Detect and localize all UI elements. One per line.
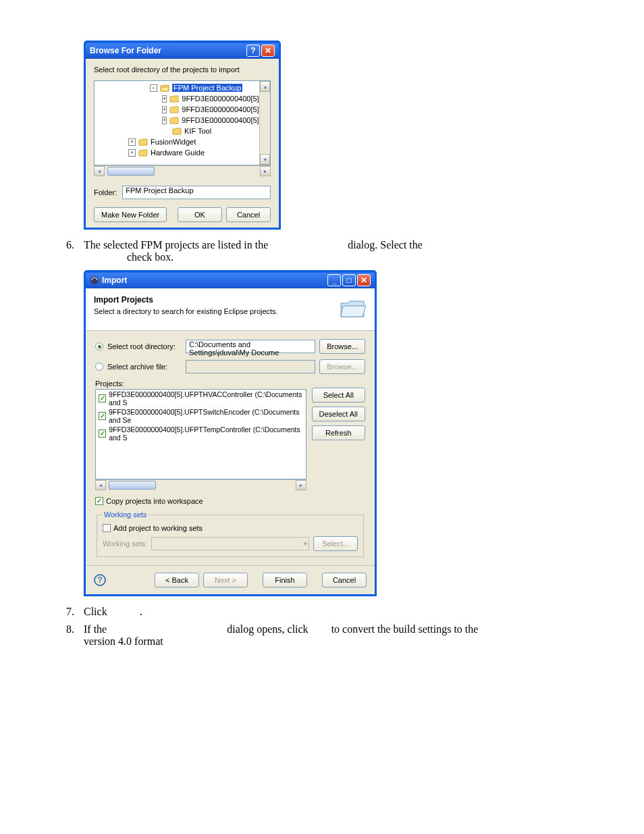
dialog-title: Import (102, 276, 127, 285)
select-all-button[interactable]: Select All (312, 388, 365, 402)
browse-archive-button: Browse... (319, 359, 365, 374)
step-text: version 4.0 format (84, 635, 163, 647)
expand-icon[interactable]: + (162, 117, 167, 124)
help-titlebar-button[interactable]: ? (246, 45, 260, 57)
scroll-left-icon[interactable]: ◂ (95, 480, 106, 490)
next-button: Next > (203, 573, 248, 588)
tree-node-selected[interactable]: FPM Project Backup (172, 84, 242, 92)
step-text: check box. (127, 251, 173, 263)
project-item[interactable]: 9FFD3E0000000400[5].UFPTSwitchEncoder (C… (109, 408, 303, 424)
tree-node[interactable]: FusionWidget (151, 138, 196, 146)
finish-button[interactable]: Finish (263, 573, 307, 588)
titlebar: Browse For Folder ? ✕ (86, 43, 279, 59)
expand-icon[interactable]: + (128, 149, 136, 157)
expand-icon[interactable]: + (128, 138, 136, 146)
wizard-banner: Import Projects Select a directory to se… (86, 288, 375, 331)
step-number: 6. (61, 239, 84, 263)
root-directory-label: Select root directory: (107, 342, 182, 350)
titlebar: Import _ □ ✕ (86, 272, 375, 288)
working-sets-legend: Working sets (103, 511, 148, 519)
folder-name-input[interactable]: FPM Project Backup (122, 186, 271, 199)
wizard-button-bar: ? < Back Next > Finish Cancel (86, 565, 375, 594)
folder-icon (169, 116, 179, 124)
deselect-all-button[interactable]: Deselect All (312, 407, 365, 421)
instruction-text: Select root directory of the projects to… (94, 66, 271, 74)
root-directory-radio[interactable] (95, 342, 103, 350)
working-sets-label: Working sets: (103, 540, 147, 548)
maximize-titlebar-button[interactable]: □ (342, 274, 356, 286)
projects-label: Projects: (95, 380, 365, 388)
folder-icon (138, 138, 148, 146)
select-working-sets-button: Select... (313, 536, 358, 551)
projects-listbox[interactable]: 9FFD3E0000000400[5].UFPTHVACController (… (95, 389, 306, 479)
vertical-scrollbar[interactable]: ▴ ▾ (259, 81, 270, 165)
horizontal-scrollbar[interactable]: ◂ ▸ (94, 165, 271, 176)
scroll-right-icon[interactable]: ▸ (296, 480, 306, 490)
minimize-titlebar-button[interactable]: _ (327, 274, 341, 286)
step-number: 7. (61, 606, 84, 618)
browse-for-folder-dialog: Browse For Folder ? ✕ Select root direct… (84, 41, 281, 230)
import-dialog: Import _ □ ✕ Import Projects Select a di… (84, 270, 377, 596)
folder-label: Folder: (94, 188, 117, 197)
archive-file-radio[interactable] (95, 363, 103, 371)
step-text: dialog. Select the (348, 239, 423, 251)
step-number: 8. (61, 623, 84, 648)
project-item[interactable]: 9FFD3E0000000400[5].UFPTHVACController (… (109, 390, 302, 407)
horizontal-scrollbar[interactable]: ◂ ▸ (95, 479, 306, 490)
tree-node[interactable]: 9FFD3E0000000400[5].UF (182, 105, 271, 113)
step-text: If the (84, 623, 109, 635)
scroll-up-icon[interactable]: ▴ (260, 81, 270, 92)
scroll-left-icon[interactable]: ◂ (94, 166, 105, 176)
tree-node[interactable]: KIF Tool (184, 127, 211, 135)
step-text: . (140, 606, 142, 617)
help-icon[interactable]: ? (94, 574, 106, 586)
refresh-button[interactable]: Refresh (312, 425, 365, 440)
project-checkbox[interactable] (99, 394, 106, 402)
expand-icon[interactable]: + (162, 106, 167, 113)
close-titlebar-button[interactable]: ✕ (261, 45, 275, 57)
scroll-down-icon[interactable]: ▾ (260, 154, 270, 165)
folder-icon (169, 105, 179, 113)
import-folder-icon (338, 295, 367, 319)
folder-open-icon (160, 84, 169, 92)
eclipse-icon (90, 276, 99, 285)
dialog-title: Browse For Folder (90, 46, 161, 55)
cancel-button[interactable]: Cancel (226, 207, 271, 222)
add-to-working-sets-checkbox[interactable] (103, 524, 111, 532)
cancel-button[interactable]: Cancel (322, 573, 367, 588)
project-checkbox[interactable] (99, 429, 106, 438)
chevron-down-icon: ▾ (304, 540, 307, 547)
step-8: 8. If the dialog opens, click to convert… (61, 623, 583, 648)
archive-file-input (186, 360, 315, 373)
root-directory-input[interactable]: C:\Documents and Settings\jduval\My Docu… (186, 340, 315, 353)
tree-node[interactable]: Hardware Guide (151, 149, 205, 157)
tree-node[interactable]: 9FFD3E0000000400[5].UF (182, 95, 271, 103)
banner-title: Import Projects (94, 295, 333, 305)
folder-icon (138, 149, 148, 157)
project-checkbox[interactable] (99, 412, 106, 420)
collapse-icon[interactable]: − (150, 84, 157, 92)
make-new-folder-button[interactable]: Make New Folder (94, 207, 167, 222)
tree-node[interactable]: 9FFD3E0000000400[5].UF (182, 116, 271, 124)
back-button[interactable]: < Back (155, 573, 199, 588)
step-7: 7. Click . (61, 606, 583, 618)
step-6: 6. The selected FPM projects are listed … (61, 239, 583, 263)
copy-into-workspace-label: Copy projects into workspace (106, 497, 203, 505)
copy-into-workspace-checkbox[interactable] (95, 497, 103, 505)
folder-icon (169, 95, 179, 103)
add-to-working-sets-label: Add project to working sets (113, 524, 203, 532)
step-text: Click (84, 606, 110, 617)
step-text: dialog opens, click (227, 623, 311, 635)
folder-tree[interactable]: − FPM Project Backup + 9FFD3E0000000400[… (94, 80, 271, 165)
expand-icon[interactable]: + (162, 95, 167, 103)
project-item[interactable]: 9FFD3E0000000400[5].UFPTTempController (… (109, 425, 302, 442)
ok-button[interactable]: OK (178, 207, 222, 222)
folder-icon (172, 127, 182, 135)
working-sets-fieldset: Working sets Add project to working sets… (97, 511, 364, 557)
close-titlebar-button[interactable]: ✕ (357, 274, 371, 286)
working-sets-dropdown: ▾ (151, 537, 309, 550)
step-text: to convert the build settings to the (331, 623, 479, 635)
archive-file-label: Select archive file: (107, 363, 182, 371)
scroll-right-icon[interactable]: ▸ (260, 166, 271, 176)
browse-root-button[interactable]: Browse... (319, 339, 365, 354)
